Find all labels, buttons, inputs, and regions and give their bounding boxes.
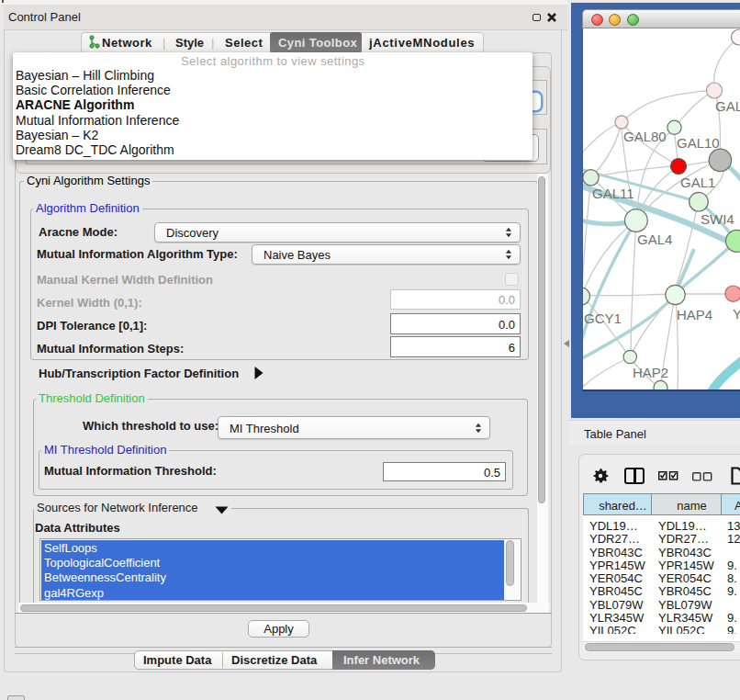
svg-text:Y: Y bbox=[733, 306, 740, 322]
svg-text:GAL11: GAL11 bbox=[592, 186, 634, 201]
svg-text:GAL80: GAL80 bbox=[623, 129, 667, 144]
svg-text:GCY1: GCY1 bbox=[584, 310, 622, 326]
svg-text:HAP4: HAP4 bbox=[677, 307, 712, 322]
svg-text:GAL10: GAL10 bbox=[677, 135, 720, 151]
svg-text:GAL1: GAL1 bbox=[680, 175, 715, 190]
svg-text:GAL7: GAL7 bbox=[715, 98, 740, 114]
svg-text:GAL4: GAL4 bbox=[637, 231, 672, 247]
svg-text:HAP2: HAP2 bbox=[633, 365, 668, 380]
svg-text:SWI4: SWI4 bbox=[701, 211, 734, 227]
